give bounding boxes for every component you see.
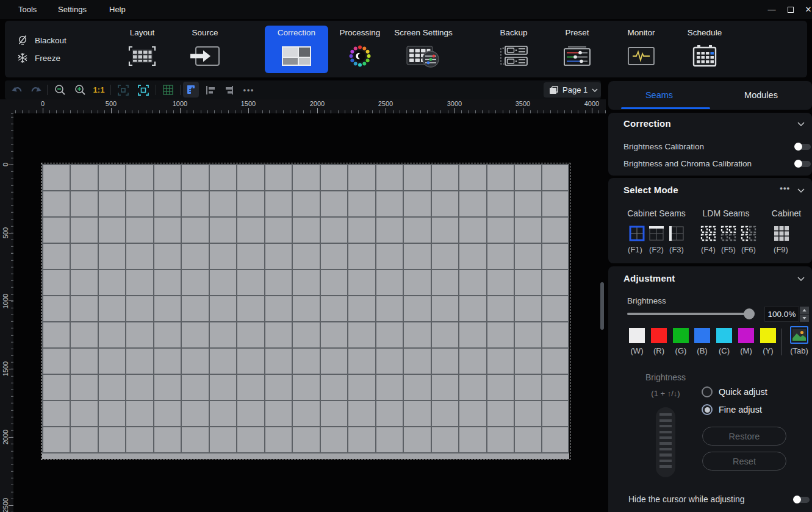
- cabinet-seams-top-icon[interactable]: [649, 226, 664, 241]
- reset-button[interactable]: Reset: [702, 452, 786, 471]
- more-tools-button[interactable]: •••: [239, 80, 259, 99]
- tab-modules[interactable]: Modules: [710, 81, 812, 109]
- zoom-in-button[interactable]: [71, 80, 89, 99]
- brightness-spinner[interactable]: [800, 307, 809, 322]
- fine-adjust-radio[interactable]: [702, 404, 713, 415]
- cabinet-seams-left-icon[interactable]: [669, 226, 684, 241]
- cabinet-grid[interactable]: [42, 164, 569, 453]
- processing-icon: [347, 38, 373, 73]
- restore-button[interactable]: Restore: [702, 427, 786, 446]
- grid-button[interactable]: [159, 80, 177, 99]
- nav-backup[interactable]: Backup: [482, 26, 545, 73]
- menu-tools[interactable]: Tools: [18, 5, 37, 14]
- menubar: Tools Settings Help — ✕: [0, 0, 812, 19]
- align-right-button[interactable]: [220, 80, 238, 99]
- brightness-chroma-calibration-toggle[interactable]: [794, 160, 811, 168]
- divider: [110, 85, 111, 95]
- redo-button[interactable]: [27, 80, 44, 99]
- align-left-button[interactable]: [201, 80, 220, 99]
- swatch-magenta[interactable]: [738, 328, 754, 343]
- swatch-image[interactable]: [790, 326, 808, 344]
- brightness-value[interactable]: 100.0%: [764, 307, 799, 322]
- close-button[interactable]: ✕: [800, 0, 812, 19]
- blackout-icon: [17, 35, 28, 46]
- vertical-ruler: 0 500 1000 1500 2000 2500: [0, 113, 13, 512]
- zoom-1to1-button[interactable]: 1:1: [90, 80, 108, 99]
- ldm-seams-top-icon[interactable]: [720, 226, 736, 241]
- collapse-chevron-icon[interactable]: [797, 122, 805, 126]
- ruler-button[interactable]: [183, 82, 199, 98]
- blackout-toggle[interactable]: Blackout: [17, 34, 66, 46]
- brightness-slider-knob[interactable]: [744, 308, 755, 319]
- divider: [781, 329, 782, 355]
- source-icon: [190, 38, 220, 73]
- image-icon: [792, 329, 806, 341]
- fit-selection-button[interactable]: [114, 80, 132, 99]
- pages-icon: [549, 86, 558, 94]
- cabinet-select-icon[interactable]: [774, 226, 789, 241]
- screen-canvas[interactable]: [41, 163, 570, 460]
- zoom-out-button[interactable]: [51, 80, 69, 99]
- hide-cursor-toggle[interactable]: [793, 496, 810, 503]
- fit-screen-button[interactable]: [134, 80, 153, 99]
- correction-icon: [282, 38, 311, 73]
- brightness-thumbwheel[interactable]: [656, 407, 675, 477]
- quick-adjust-radio[interactable]: [702, 386, 713, 397]
- nav-monitor[interactable]: Monitor: [609, 26, 673, 73]
- swatch-white[interactable]: [629, 328, 645, 343]
- freeze-icon: [17, 52, 28, 63]
- divider: [180, 85, 181, 95]
- nav-screen-settings[interactable]: Screen Settings: [392, 26, 455, 73]
- ruler-corner: [0, 99, 10, 113]
- collapse-chevron-icon[interactable]: [797, 188, 805, 193]
- nav-correction[interactable]: Correction: [265, 26, 328, 73]
- tab-seams[interactable]: Seams: [608, 81, 710, 109]
- nav-schedule[interactable]: Schedule: [673, 26, 736, 73]
- preset-icon: [563, 38, 591, 73]
- divider: [47, 85, 48, 95]
- maximize-icon: [788, 7, 794, 13]
- backup-icon: [499, 38, 528, 73]
- right-panel-tabs: Seams Modules: [608, 81, 812, 110]
- cabinet-seams-all-icon[interactable]: [629, 226, 645, 241]
- undo-button[interactable]: [9, 80, 26, 99]
- menu-help[interactable]: Help: [109, 5, 126, 14]
- horizontal-ruler: 0 500 1000 1500 2000 2500 3000 3500 4000: [10, 99, 606, 113]
- brightness-slider[interactable]: [627, 313, 752, 315]
- spinner-down-icon: [800, 315, 809, 322]
- swatch-blue[interactable]: [694, 328, 710, 343]
- ldm-seams-left-icon[interactable]: [741, 226, 756, 241]
- swatch-yellow[interactable]: [760, 328, 776, 343]
- active-tab-underline: [621, 107, 710, 109]
- correction-section: Correction Brightness Calibration Bright…: [608, 113, 812, 176]
- adjustment-section: Adjustment Brightness 100.0% (W) (R) (G)…: [608, 266, 812, 512]
- menu-settings[interactable]: Settings: [58, 5, 87, 14]
- collapse-chevron-icon[interactable]: [797, 277, 805, 281]
- page-selector[interactable]: Page 1: [544, 82, 601, 98]
- maximize-button[interactable]: [782, 0, 799, 19]
- canvas-scrollbar[interactable]: [600, 282, 604, 330]
- nav-preset[interactable]: Preset: [545, 26, 609, 73]
- layout-icon: [128, 38, 156, 73]
- screen-settings-icon: [406, 38, 440, 73]
- monitor-icon: [627, 38, 655, 73]
- nav-layout[interactable]: Layout: [110, 26, 174, 73]
- more-options-button[interactable]: •••: [780, 183, 790, 193]
- freeze-toggle[interactable]: Freeze: [17, 52, 60, 64]
- select-mode-section: Select Mode ••• Cabinet Seams LDM Seams …: [608, 178, 812, 263]
- nav-source[interactable]: Source: [173, 26, 237, 73]
- schedule-icon: [692, 38, 717, 73]
- nav-processing[interactable]: Processing: [328, 26, 392, 73]
- spinner-up-icon: [800, 307, 809, 314]
- ldm-seams-all-icon[interactable]: [700, 226, 716, 241]
- cabinet-grid-partial-row: [42, 453, 569, 459]
- swatch-red[interactable]: [651, 328, 667, 343]
- main-toolbar: Blackout Freeze Layout: [5, 21, 807, 77]
- swatch-cyan[interactable]: [716, 328, 732, 343]
- minimize-button[interactable]: —: [763, 0, 780, 19]
- brightness-calibration-toggle[interactable]: [794, 143, 811, 151]
- divider: [156, 85, 156, 95]
- canvas-toolbar: 1:1 ••• Page 1: [5, 80, 601, 99]
- swatch-green[interactable]: [673, 328, 689, 343]
- chevron-down-icon: [592, 88, 598, 92]
